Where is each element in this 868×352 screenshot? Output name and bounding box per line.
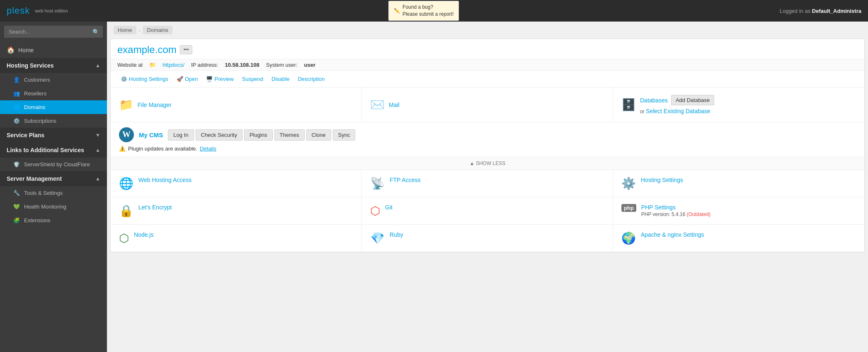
- section-links-additional[interactable]: Links to Additional Services ▲: [0, 143, 107, 158]
- tool-hosting-settings[interactable]: ⚙️ Hosting Settings: [613, 170, 864, 197]
- php-icon: php: [621, 204, 636, 212]
- git-link[interactable]: Git: [385, 204, 393, 211]
- section-server-management[interactable]: Server Management ▲: [0, 171, 107, 186]
- section-service-plans[interactable]: Service Plans ▼: [0, 128, 107, 143]
- sidebar-item-extensions[interactable]: 🧩 Extensions: [0, 214, 107, 227]
- ip-value: 10.58.108.108: [225, 62, 259, 68]
- disable-link[interactable]: Disable: [268, 74, 293, 84]
- lets-encrypt-icon: 🔒: [119, 204, 133, 218]
- domain-panel: example.com ••• Website at 📁 httpdocs/ I…: [110, 39, 865, 252]
- cms-name: My CMS: [139, 131, 163, 138]
- httpdocs-link[interactable]: httpdocs/: [162, 62, 184, 68]
- php-version-text: PHP version: 5.4.16 (Outdated): [641, 211, 710, 217]
- cms-login-button[interactable]: Log In: [168, 129, 194, 141]
- add-database-button[interactable]: Add Database: [671, 95, 714, 105]
- hosting-settings-tool-link[interactable]: Hosting Settings: [641, 177, 683, 183]
- tool-info-php: PHP Settings PHP version: 5.4.16 (Outdat…: [641, 204, 710, 217]
- sidebar-item-home[interactable]: 🏠 Home: [0, 42, 107, 58]
- php-settings-link[interactable]: PHP Settings: [641, 204, 710, 211]
- description-link[interactable]: Description: [294, 74, 328, 84]
- domains-icon: 🌐: [13, 104, 20, 110]
- website-label: Website at: [117, 62, 143, 68]
- preview-link[interactable]: 🖥️ Preview: [203, 74, 237, 84]
- file-manager-link[interactable]: File Manager: [138, 102, 172, 108]
- hosting-settings-link[interactable]: ⚙️ Hosting Settings: [117, 74, 172, 84]
- tool-info-apache-nginx: Apache & nginx Settings: [641, 231, 704, 238]
- tool-apache-nginx[interactable]: 🌍 Apache & nginx Settings: [613, 225, 864, 252]
- plugin-notice-text: Plugin updates are available.: [128, 146, 197, 152]
- tools-icon: 🔧: [13, 190, 20, 196]
- tool-ftp-access[interactable]: 📡 FTP Access: [362, 170, 613, 197]
- tool-php-settings[interactable]: php PHP Settings PHP version: 5.4.16 (Ou…: [613, 197, 864, 225]
- web-hosting-access-icon: 🌐: [119, 177, 133, 190]
- domain-title: example.com: [117, 44, 177, 56]
- tool-info-lets-encrypt: Let's Encrypt: [138, 204, 172, 211]
- sidebar-item-subscriptions[interactable]: ⚙️ Subscriptions: [0, 114, 107, 128]
- bug-line1: Found a bug?: [402, 4, 453, 11]
- domain-actions: ⚙️ Hosting Settings 🚀 Open 🖥️ Preview Su…: [111, 71, 864, 87]
- databases-link[interactable]: Databases: [640, 97, 668, 104]
- tool-ruby[interactable]: 💎 Ruby: [362, 225, 613, 252]
- cms-plugins-button[interactable]: Plugins: [244, 129, 273, 141]
- section-hosting-services[interactable]: Hosting Services ▲: [0, 58, 107, 73]
- sys-label: System user:: [266, 62, 298, 68]
- search-input[interactable]: [4, 26, 103, 38]
- bug-line2: Please submit a report!: [402, 11, 453, 18]
- service-plans-label: Service Plans: [7, 132, 44, 138]
- apache-nginx-link[interactable]: Apache & nginx Settings: [641, 231, 704, 238]
- sidebar-nav: 🏠 Home Hosting Services ▲ 👤 Customers 👥 …: [0, 42, 107, 352]
- tool-info-nodejs: Node.js: [134, 231, 153, 238]
- details-link[interactable]: Details: [200, 146, 216, 152]
- search-icon: 🔍: [92, 29, 99, 35]
- tool-lets-encrypt[interactable]: 🔒 Let's Encrypt: [111, 197, 362, 225]
- sidebar-item-resellers[interactable]: 👥 Resellers: [0, 87, 107, 100]
- chevron-up-icon-3: ▲: [95, 176, 100, 182]
- web-hosting-access-link[interactable]: Web Hosting Access: [138, 177, 192, 183]
- chevron-up-icon-2: ▲: [95, 147, 100, 153]
- cms-check-security-button[interactable]: Check Security: [196, 129, 242, 141]
- open-link[interactable]: 🚀 Open: [173, 74, 201, 84]
- show-less-bar[interactable]: ▲ SHOW LESS: [111, 157, 864, 170]
- domain-menu-button[interactable]: •••: [180, 45, 193, 54]
- sidebar-item-servershield[interactable]: 🛡️ ServerShield by CloudFlare: [0, 158, 107, 171]
- top-header: plesk web host edition ✏️ Found a bug? P…: [0, 0, 868, 22]
- mail-cell[interactable]: ✉️ Mail: [362, 87, 613, 122]
- sidebar-item-customers[interactable]: 👤 Customers: [0, 73, 107, 87]
- sidebar-item-health-monitoring[interactable]: 💚 Health Monitoring: [0, 200, 107, 214]
- warning-icon: ⚠️: [119, 146, 126, 152]
- logged-in-label: Logged in as: [780, 8, 810, 14]
- bug-banner[interactable]: ✏️ Found a bug? Please submit a report!: [388, 1, 459, 21]
- servershield-icon: 🛡️: [13, 161, 20, 168]
- select-existing-link[interactable]: Select Existing Database: [646, 108, 710, 114]
- tool-info-git: Git: [385, 204, 393, 211]
- sidebar-item-domains[interactable]: 🌐 Domains: [0, 100, 107, 114]
- ftp-access-link[interactable]: FTP Access: [390, 177, 420, 183]
- cms-clone-button[interactable]: Clone: [306, 129, 331, 141]
- db-actions: Databases Add Database: [640, 95, 714, 105]
- cms-themes-button[interactable]: Themes: [274, 129, 305, 141]
- cms-header: W My CMS Log In Check Security Plugins T…: [119, 127, 856, 142]
- mail-link[interactable]: Mail: [389, 102, 400, 108]
- file-manager-cell[interactable]: 📁 File Manager: [111, 87, 362, 122]
- breadcrumb-home[interactable]: Home: [114, 26, 136, 34]
- tool-nodejs[interactable]: ⬡ Node.js: [111, 225, 362, 252]
- tool-git[interactable]: ⬡ Git: [362, 197, 613, 225]
- nodejs-link[interactable]: Node.js: [134, 231, 153, 238]
- ruby-link[interactable]: Ruby: [390, 231, 403, 238]
- subscriptions-icon: ⚙️: [13, 118, 20, 124]
- cms-buttons: Log In Check Security Plugins Themes Clo…: [168, 129, 355, 141]
- cms-sync-button[interactable]: Sync: [333, 129, 356, 141]
- home-icon: 🏠: [7, 46, 14, 54]
- chevron-up-icon: ▲: [95, 63, 100, 68]
- lets-encrypt-link[interactable]: Let's Encrypt: [138, 204, 172, 211]
- folder-icon: 📁: [149, 62, 156, 68]
- sidebar-item-tools-settings[interactable]: 🔧 Tools & Settings: [0, 186, 107, 200]
- suspend-link[interactable]: Suspend: [239, 74, 267, 84]
- tool-info-ftp: FTP Access: [390, 177, 420, 183]
- tool-info-web-hosting: Web Hosting Access: [138, 177, 192, 183]
- domain-info-bar: Website at 📁 httpdocs/ IP address: 10.58…: [111, 59, 864, 71]
- content-area: Home › Domains example.com ••• Website a…: [107, 22, 868, 352]
- hosting-services-label: Hosting Services: [7, 62, 54, 69]
- tool-web-hosting-access[interactable]: 🌐 Web Hosting Access: [111, 170, 362, 197]
- ruby-icon: 💎: [370, 231, 385, 245]
